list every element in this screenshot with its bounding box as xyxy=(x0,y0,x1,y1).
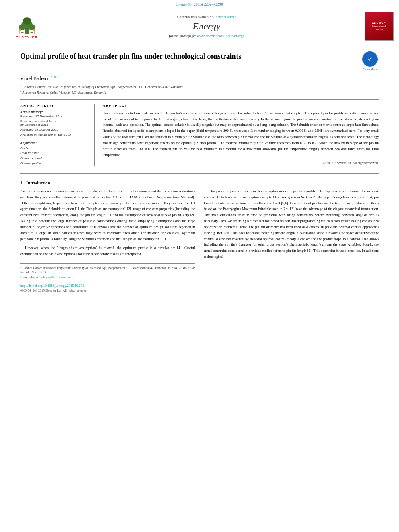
intro-para-1: Pin fins or spines are common devices us… xyxy=(20,188,195,242)
main-content: Optimal profile of heat transfer pin fin… xyxy=(0,44,399,296)
article-title-section: Optimal profile of heat transfer pin fin… xyxy=(20,51,379,71)
copyright-text: © 2015 Elsevier Ltd. All rights reserved… xyxy=(103,161,379,165)
author-sups: a, b, * xyxy=(51,75,59,79)
journal-name: Energy xyxy=(193,21,220,32)
journal-center: Contents lists available at ScienceDirec… xyxy=(54,8,359,44)
footnote-star: * Candida Oancea Institute of Polytechni… xyxy=(20,266,195,275)
abstract-text: Direct optimal control methods are used.… xyxy=(103,110,379,158)
intro-para-2: However, when the "length-of-arc assumpt… xyxy=(20,245,195,257)
sciencedirect-link[interactable]: ScienceDirect xyxy=(216,15,236,19)
accepted-label: Accepted 19 October 2015 xyxy=(20,128,88,131)
article-info-header: ARTICLE INFO xyxy=(20,104,88,108)
article-history-label: Article history: xyxy=(20,110,88,114)
elsevier-tree-icon xyxy=(14,14,40,35)
body-right-col: This paper proposes a procedure for the … xyxy=(204,188,379,292)
affiliation-a: a Candida Oancea Institute, Polytechnic … xyxy=(20,84,379,89)
keywords-section: Keywords: Pin fin Heat transfer Optimal … xyxy=(20,141,88,166)
keywords-label: Keywords: xyxy=(20,141,88,145)
email-link[interactable]: badescu@theta.termo.pub.ro xyxy=(40,275,74,279)
intro-para-right-1: This paper proposes a procedure for the … xyxy=(204,188,379,260)
svg-point-4 xyxy=(23,17,31,25)
homepage-link[interactable]: www.elsevier.com/locate/energy xyxy=(197,34,244,38)
crossmark-label: CrossMark xyxy=(363,68,377,71)
elsevier-logo-section: ELSEVIER xyxy=(0,8,54,44)
article-info-abstract: ARTICLE INFO Article history: Received: … xyxy=(20,104,379,166)
elsevier-label: ELSEVIER xyxy=(16,35,38,39)
top-bar: Energy 93 (2015) 2292—2298 xyxy=(0,0,399,8)
abstract-col: ABSTRACT Direct optimal control methods … xyxy=(103,104,379,166)
keyword-3: Optimal control xyxy=(20,156,88,161)
affiliations: a Candida Oancea Institute, Polytechnic … xyxy=(20,84,379,94)
available-label: Available online 19 November 2015 xyxy=(20,133,88,136)
homepage-line: journal homepage: www.elsevier.com/locat… xyxy=(169,34,244,38)
received-revised-label: Received in revised form xyxy=(20,119,88,123)
journal-citation: Energy 93 (2015) 2292—2298 xyxy=(176,2,223,6)
author-name: Viorel Badescu xyxy=(20,76,50,81)
journal-header: ELSEVIER Contents lists available at Sci… xyxy=(0,8,399,44)
energy-badge: ENERGY InternationalJournal xyxy=(365,12,394,41)
received-label: Received: 17 November 2014 xyxy=(20,115,88,118)
doi-link[interactable]: http://dx.doi.org/10.1016/j.energy.2015.… xyxy=(20,283,195,288)
introduction-section: 1. Introduction Pin fins or spines are c… xyxy=(20,180,379,292)
divider-1 xyxy=(20,99,379,100)
author-line: Viorel Badescu a, b, * xyxy=(20,75,379,82)
contents-line: Contents lists available at ScienceDirec… xyxy=(177,15,236,19)
crossmark-badge[interactable]: ✓ CrossMark xyxy=(361,51,379,71)
received-revised-value: 29 September 2015 xyxy=(20,123,88,127)
footnote-email: E-mail address: badescu@theta.termo.pub.… xyxy=(20,275,195,279)
affiliation-b: b Academia Romana, Calea Victoriei 125, … xyxy=(20,90,379,94)
keyword-2: Heat transfer xyxy=(20,151,88,156)
body-left-col: Pin fins or spines are common devices us… xyxy=(20,188,195,292)
footnote-section: * Candida Oancea Institute of Polytechni… xyxy=(20,263,195,279)
section-divider xyxy=(20,173,379,174)
energy-badge-section: ENERGY InternationalJournal xyxy=(359,8,399,44)
keyword-1: Pin fin xyxy=(20,146,88,151)
article-info-col: ARTICLE INFO Article history: Received: … xyxy=(20,104,95,166)
intro-heading: 1. Introduction xyxy=(20,180,379,185)
body-columns: Pin fins or spines are common devices us… xyxy=(20,188,379,292)
svg-point-6 xyxy=(33,29,35,31)
article-title: Optimal profile of heat transfer pin fin… xyxy=(20,51,361,62)
svg-point-5 xyxy=(19,29,21,31)
keyword-4: Optimal profile xyxy=(20,161,88,166)
abstract-header: ABSTRACT xyxy=(103,104,379,108)
issn-line: 0360-5442/© 2015 Elsevier Ltd. All right… xyxy=(20,289,195,292)
